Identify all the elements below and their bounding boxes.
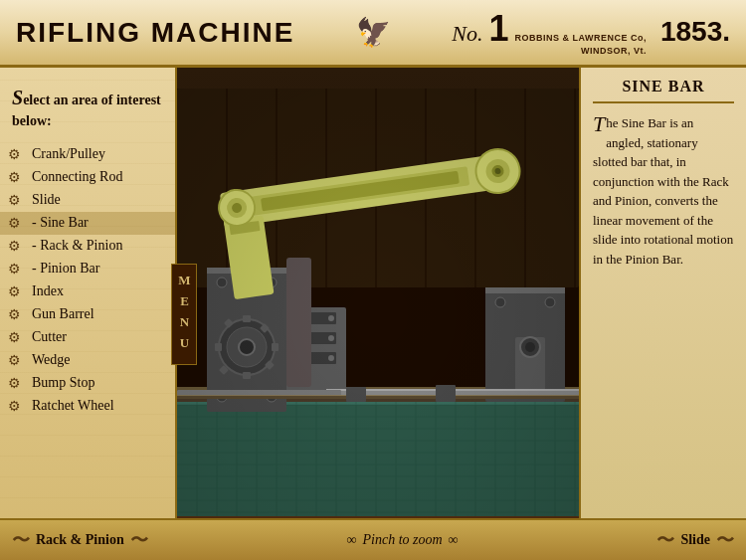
gear-icon: ⚙ bbox=[8, 283, 26, 300]
sidebar-item-bump-stop[interactable]: ⚙ Bump Stop bbox=[0, 372, 175, 395]
sidebar-item-label: - Sine Bar bbox=[32, 215, 89, 231]
company-info: ROBBINS & LAWRENCE Co, WINDSOR, Vt. bbox=[514, 32, 647, 57]
pinch-to-zoom-label: Pinch to zoom bbox=[363, 532, 443, 548]
no-label: No. bbox=[452, 21, 482, 47]
right-panel-title: SINE BAR bbox=[593, 78, 734, 103]
sidebar-item-label: Ratchet Wheel bbox=[32, 398, 114, 414]
sidebar-item-slide[interactable]: ⚙ Slide bbox=[0, 189, 175, 212]
prompt-s: S bbox=[12, 87, 23, 108]
gear-icon: ⚙ bbox=[8, 306, 26, 323]
pinch-icon-left: ∞ bbox=[347, 532, 357, 548]
page-title: RIFLING MACHINE bbox=[16, 17, 294, 49]
sidebar-item-label: Index bbox=[32, 283, 64, 299]
sidebar-item-rack-pinion[interactable]: ⚙ - Rack & Pinion bbox=[0, 235, 175, 258]
gear-icon: ⚙ bbox=[8, 169, 26, 186]
gear-icon: ⚙ bbox=[8, 261, 26, 278]
sidebar-item-label: - Pinion Bar bbox=[32, 261, 99, 277]
gear-icon: ⚙ bbox=[8, 146, 26, 163]
sidebar-item-label: Slide bbox=[32, 192, 61, 208]
bottom-right-label: Slide bbox=[680, 532, 710, 548]
sidebar-item-ratchet-wheel[interactable]: ⚙ Ratchet Wheel bbox=[0, 395, 175, 418]
machine-view[interactable] bbox=[177, 68, 579, 560]
sidebar-item-connecting-rod[interactable]: ⚙ Connecting Rod bbox=[0, 166, 175, 189]
sidebar-item-label: Connecting Rod bbox=[32, 169, 122, 185]
wave-right-icon: 〜 bbox=[656, 528, 674, 552]
sidebar-item-label: Crank/Pulley bbox=[32, 146, 105, 162]
sidebar: Select an area of interest below: ⚙ Cran… bbox=[0, 68, 177, 560]
eagle-icon: 🦅 bbox=[356, 16, 391, 49]
gear-icon: ⚙ bbox=[8, 238, 26, 255]
header-right: No. 1 ROBBINS & LAWRENCE Co, WINDSOR, Vt… bbox=[452, 8, 730, 57]
sidebar-item-sine-bar[interactable]: ⚙ - Sine Bar bbox=[0, 212, 175, 235]
machine-svg bbox=[177, 68, 579, 560]
sidebar-item-cutter[interactable]: ⚙ Cutter bbox=[0, 326, 175, 349]
sidebar-item-index[interactable]: ⚙ Index bbox=[0, 280, 175, 303]
sidebar-item-pinion-bar[interactable]: ⚙ - Pinion Bar bbox=[0, 258, 175, 280]
header-eagle-center: 🦅 bbox=[356, 16, 391, 49]
sidebar-item-crank-pulley[interactable]: ⚙ Crank/Pulley bbox=[0, 143, 175, 166]
sidebar-item-label: - Rack & Pinion bbox=[32, 238, 122, 254]
bottom-nav-right[interactable]: 〜 Slide 〜 bbox=[656, 528, 734, 552]
sidebar-item-label: Cutter bbox=[32, 329, 67, 345]
no-number: 1 bbox=[488, 8, 508, 50]
gear-icon: ⚙ bbox=[8, 192, 26, 209]
right-panel: SINE BAR The Sine Bar is an angled, stat… bbox=[579, 68, 746, 560]
header: RIFLING MACHINE 🦅 No. 1 ROBBINS & LAWREN… bbox=[0, 0, 746, 68]
gear-icon: ⚙ bbox=[8, 375, 26, 392]
bottom-bar: 〜 Rack & Pinion 〜 ∞ Pinch to zoom ∞ 〜 Sl… bbox=[0, 518, 746, 560]
sidebar-item-label: Bump Stop bbox=[32, 375, 94, 391]
drop-cap: T bbox=[593, 113, 605, 135]
bottom-left-label: Rack & Pinion bbox=[36, 532, 124, 548]
svg-rect-101 bbox=[177, 89, 579, 539]
wave-right2-icon: 〜 bbox=[716, 528, 734, 552]
bottom-center: ∞ Pinch to zoom ∞ bbox=[347, 532, 459, 548]
gear-icon: ⚙ bbox=[8, 352, 26, 369]
machine-image bbox=[177, 68, 579, 560]
right-panel-body: The Sine Bar is an angled, stationary sl… bbox=[593, 113, 734, 269]
gear-icon: ⚙ bbox=[8, 215, 26, 232]
sidebar-item-gun-barrel[interactable]: ⚙ Gun Barrel bbox=[0, 303, 175, 326]
gear-icon: ⚙ bbox=[8, 329, 26, 346]
sidebar-prompt: Select an area of interest below: bbox=[0, 78, 175, 143]
main-area: Select an area of interest below: ⚙ Cran… bbox=[0, 68, 746, 560]
pinch-icon-right: ∞ bbox=[449, 532, 459, 548]
menu-vertical-label: MENU bbox=[171, 264, 197, 365]
bottom-nav-left[interactable]: 〜 Rack & Pinion 〜 bbox=[12, 528, 148, 552]
sidebar-item-label: Wedge bbox=[32, 352, 71, 368]
gear-icon: ⚙ bbox=[8, 398, 26, 415]
sidebar-item-wedge[interactable]: ⚙ Wedge bbox=[0, 349, 175, 372]
header-no-group: No. 1 ROBBINS & LAWRENCE Co, WINDSOR, Vt… bbox=[452, 8, 730, 57]
wave-left2-icon: 〜 bbox=[130, 528, 148, 552]
year-label: 1853. bbox=[660, 16, 730, 48]
sidebar-item-label: Gun Barrel bbox=[32, 306, 94, 322]
wave-left-icon: 〜 bbox=[12, 528, 30, 552]
